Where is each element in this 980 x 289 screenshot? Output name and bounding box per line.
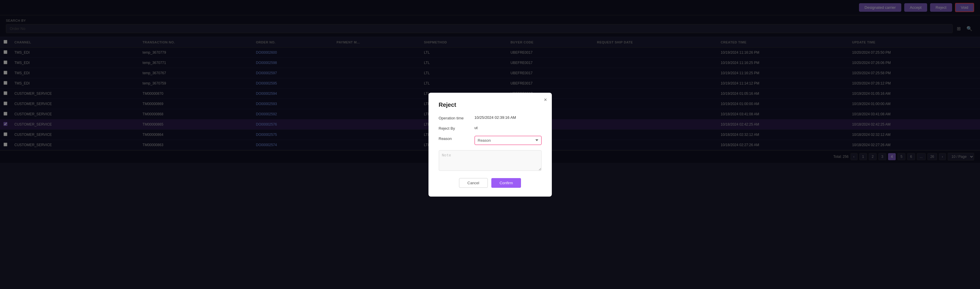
note-textarea[interactable]: [439, 150, 541, 171]
note-row: [439, 150, 541, 171]
modal-overlay: Reject × Operation time 10/25/2024 02:39…: [0, 0, 980, 289]
modal-actions: Cancel Confirm: [439, 178, 541, 188]
modal-close-button[interactable]: ×: [544, 97, 547, 103]
operation-time-label: Operation time: [439, 115, 471, 120]
modal-title: Reject: [439, 102, 541, 108]
reason-row: Reason Reason Option 1 Option 2 Option 3: [439, 136, 541, 145]
operation-time-row: Operation time 10/25/2024 02:39:16 AM: [439, 115, 541, 120]
cancel-button[interactable]: Cancel: [459, 178, 488, 188]
operation-time-value: 10/25/2024 02:39:16 AM: [474, 115, 516, 120]
reject-by-label: Reject By: [439, 125, 471, 130]
confirm-button[interactable]: Confirm: [491, 178, 521, 188]
reject-by-row: Reject By ut: [439, 125, 541, 130]
reject-by-value: ut: [474, 125, 478, 130]
reason-label: Reason: [439, 136, 471, 141]
reject-modal: Reject × Operation time 10/25/2024 02:39…: [428, 93, 552, 197]
reason-select[interactable]: Reason Option 1 Option 2 Option 3: [474, 136, 541, 145]
